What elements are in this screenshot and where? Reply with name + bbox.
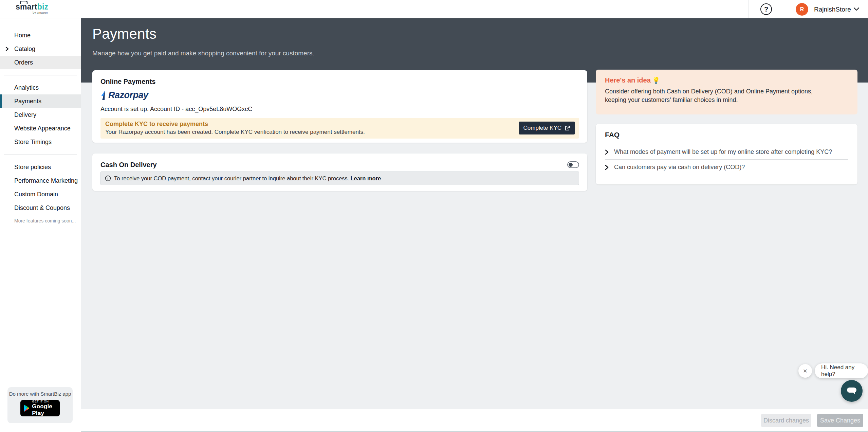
sidebar-item-delivery[interactable]: Delivery <box>0 108 81 122</box>
sidebar-item-custom-domain[interactable]: Custom Domain <box>0 187 81 201</box>
google-play-icon <box>24 404 29 413</box>
chat-bubble-icon <box>846 386 857 396</box>
chevron-right-icon <box>605 165 609 170</box>
save-changes-button[interactable]: Save Changes <box>817 414 863 427</box>
faq-question: Can customers pay via cash on delivery (… <box>614 164 745 171</box>
external-link-icon <box>565 125 570 131</box>
sidebar-item-performance-marketing[interactable]: Performance Marketing <box>0 174 81 187</box>
chevron-right-icon <box>605 149 609 155</box>
cod-info-text: To receive your COD payment, contact you… <box>114 175 381 182</box>
top-bar: smartbiz by amazon ? R RajnishStore <box>0 0 868 18</box>
faq-divider <box>605 159 848 160</box>
complete-kyc-button[interactable]: Complete KYC <box>519 122 575 134</box>
help-question-mark: ? <box>764 5 768 13</box>
topbar-divider <box>749 0 749 18</box>
sidebar-item-label: Catalog <box>14 46 35 52</box>
razorpay-flag-icon <box>100 90 107 101</box>
kyc-banner-body: Your Razorpay account has been created. … <box>105 129 365 136</box>
help-icon[interactable]: ? <box>760 3 772 15</box>
app-window: smartbiz by amazon ? R RajnishStore Home… <box>0 0 868 432</box>
shop-awning-icon <box>20 1 28 4</box>
sidebar-nav: Home Catalog Orders Analytics Payments D… <box>0 18 81 223</box>
sidebar-item-website-appearance[interactable]: Website Appearance <box>0 122 81 135</box>
discard-changes-button[interactable]: Discard changes <box>761 414 811 427</box>
google-play-label: Google Play <box>32 403 60 417</box>
footer-action-bar: Discard changes Save Changes <box>81 409 868 431</box>
page-title: Payments <box>92 26 156 42</box>
chat-close-icon[interactable]: × <box>798 364 812 378</box>
avatar-initial: R <box>800 6 804 13</box>
sidebar: Home Catalog Orders Analytics Payments D… <box>0 18 81 432</box>
online-payments-card: Online Payments Razorpay Account is set … <box>92 70 587 143</box>
idea-card: Here's an idea💡 Consider offering both C… <box>596 70 857 114</box>
cod-toggle[interactable] <box>567 161 579 168</box>
sidebar-item-payments[interactable]: Payments <box>0 94 81 108</box>
complete-kyc-label: Complete KYC <box>523 125 561 131</box>
user-menu[interactable]: RajnishStore <box>814 6 851 13</box>
sidebar-divider <box>4 75 77 75</box>
cod-info-bar: To receive your COD payment, contact you… <box>100 172 579 185</box>
avatar[interactable]: R <box>796 3 808 16</box>
razorpay-wordmark: Razorpay <box>108 90 148 101</box>
sidebar-item-store-policies[interactable]: Store policies <box>0 160 81 174</box>
chevron-down-icon[interactable] <box>853 7 860 11</box>
idea-body: Consider offering both Cash on Delivery … <box>605 87 836 104</box>
lightbulb-emoji-icon: 💡 <box>652 77 660 84</box>
promo-text: Do more with SmartBiz app <box>7 391 73 397</box>
get-it-on-label: GET IT ON <box>32 400 60 403</box>
logo-byline: by amazon <box>16 11 48 14</box>
learn-more-link[interactable]: Learn more <box>350 175 381 181</box>
sidebar-item-discount-coupons[interactable]: Discount & Coupons <box>0 201 81 215</box>
app-promo-card: Do more with SmartBiz app GET IT ON Goog… <box>7 387 73 423</box>
sidebar-item-home[interactable]: Home <box>0 29 81 42</box>
info-icon <box>105 175 111 181</box>
google-play-badge[interactable]: GET IT ON Google Play <box>20 400 60 416</box>
idea-title: Here's an idea💡 <box>605 76 660 84</box>
sidebar-item-orders[interactable]: Orders <box>0 56 81 69</box>
kyc-banner: Complete KYC to receive payments Your Ra… <box>100 118 579 139</box>
cod-toggle-knob <box>569 163 573 167</box>
chat-greeting-bubble[interactable]: Hi. Need any help? <box>815 363 868 378</box>
faq-question: What modes of payment will be set up for… <box>614 148 832 156</box>
cod-title: Cash On Delivery <box>100 161 157 169</box>
sidebar-divider <box>4 155 77 155</box>
google-play-text: GET IT ON Google Play <box>32 400 60 417</box>
chat-launcher-button[interactable] <box>841 380 863 402</box>
razorpay-logo: Razorpay <box>100 90 148 101</box>
account-status-text: Account is set up. Account ID - acc_Opv5… <box>100 106 252 113</box>
kyc-banner-title: Complete KYC to receive payments <box>105 121 208 128</box>
faq-title: FAQ <box>605 131 620 139</box>
chevron-right-icon <box>5 47 9 51</box>
sidebar-item-analytics[interactable]: Analytics <box>0 81 81 94</box>
cash-on-delivery-card: Cash On Delivery To receive your COD pay… <box>92 154 587 191</box>
page-subtitle: Manage how you get paid and make shoppin… <box>92 50 314 57</box>
smartbiz-logo[interactable]: smartbiz by amazon <box>16 2 48 14</box>
sidebar-item-catalog[interactable]: Catalog <box>0 42 81 56</box>
faq-item-cod[interactable]: Can customers pay via cash on delivery (… <box>605 164 848 171</box>
faq-item-payment-modes[interactable]: What modes of payment will be set up for… <box>605 148 848 156</box>
sidebar-item-store-timings[interactable]: Store Timings <box>0 135 81 149</box>
online-payments-title: Online Payments <box>100 78 155 86</box>
faq-card: FAQ What modes of payment will be set up… <box>596 124 857 184</box>
sidebar-footnote: More features coming soon... <box>0 218 81 223</box>
